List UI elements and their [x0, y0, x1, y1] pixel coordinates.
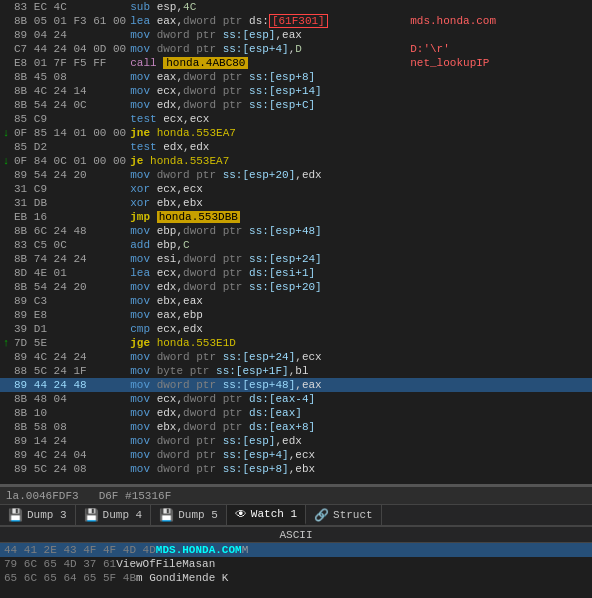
table-row[interactable]: 83 C5 0C add ebp,C [0, 238, 592, 252]
table-row[interactable]: 8B 05 01 F3 61 00 lea eax,dword ptr ds:[… [0, 14, 592, 28]
table-row[interactable]: 89 4C 24 04 mov dword ptr ss:[esp+4],ecx [0, 448, 592, 462]
ascii-text-2: ViewOfFileMasan [116, 557, 215, 571]
tab-dump4[interactable]: 💾 Dump 4 [76, 505, 152, 525]
table-row[interactable]: 89 E8 mov eax,ebp [0, 308, 592, 322]
watch1-icon: 👁 [235, 507, 247, 522]
disasm-area: 83 EC 4C sub esp,4C 8B 05 01 F3 61 00 le… [0, 0, 592, 484]
table-row[interactable]: 89 C3 mov ebx,eax [0, 294, 592, 308]
tab-watch1[interactable]: 👁 Watch 1 [227, 505, 306, 525]
table-row[interactable]: C7 44 24 04 0D 00 mov dword ptr ss:[esp+… [0, 42, 592, 56]
table-row[interactable]: 89 14 24 mov dword ptr ss:[esp],edx [0, 434, 592, 448]
table-row[interactable]: ↓ 0F 85 14 01 00 00 jne honda.553EA7 [0, 126, 592, 140]
tab-struct-label: Struct [333, 509, 373, 521]
ascii-panel: ASCII 44 41 2E 43 4F 4F 4D 4D MDS.HONDA.… [0, 526, 592, 598]
tab-watch1-label: Watch 1 [251, 508, 297, 520]
table-row[interactable]: 8B 54 24 20 mov edx,dword ptr ss:[esp+20… [0, 280, 592, 294]
table-row[interactable]: 89 54 24 20 mov dword ptr ss:[esp+20],ed… [0, 168, 592, 182]
ascii-row-3[interactable]: 65 6C 65 64 65 5F 4B m GondiMende K [0, 571, 592, 585]
table-row[interactable]: 8B 4C 24 14 mov ecx,dword ptr ss:[esp+14… [0, 84, 592, 98]
tab-dump5-label: Dump 5 [178, 509, 218, 521]
tab-struct[interactable]: 🔗 Struct [306, 505, 382, 525]
struct-icon: 🔗 [314, 508, 329, 523]
table-row[interactable]: 8B 6C 24 48 mov ebp,dword ptr ss:[esp+48… [0, 224, 592, 238]
table-row[interactable]: 8D 4E 01 lea ecx,dword ptr ds:[esi+1] [0, 266, 592, 280]
table-row[interactable]: ↑ 7D 5E jge honda.553E1D [0, 336, 592, 350]
tab-dump4-label: Dump 4 [103, 509, 143, 521]
table-row[interactable]: 85 C9 test ecx,ecx [0, 112, 592, 126]
ascii-hex-1: 44 41 2E 43 4F 4F 4D 4D [4, 543, 156, 557]
table-row[interactable]: 8B 45 08 mov eax,dword ptr ss:[esp+8] [0, 70, 592, 84]
table-row[interactable]: EB 16 jmp honda.553DBB [0, 210, 592, 224]
table-row[interactable]: 85 D2 test edx,edx [0, 140, 592, 154]
table-row[interactable]: 31 C9 xor ecx,ecx [0, 182, 592, 196]
ascii-row-1[interactable]: 44 41 2E 43 4F 4F 4D 4D MDS.HONDA.COMM [0, 543, 592, 557]
table-row[interactable]: 31 DB xor ebx,ebx [0, 196, 592, 210]
ascii-text-1: MDS.HONDA.COM [156, 543, 242, 557]
table-row[interactable]: 83 EC 4C sub esp,4C [0, 0, 592, 14]
tab-dump3[interactable]: 💾 Dump 3 [0, 505, 76, 525]
table-row[interactable]: 89 04 24 mov dword ptr ss:[esp],eax [0, 28, 592, 42]
tab-dump5[interactable]: 💾 Dump 5 [151, 505, 227, 525]
main-container: 83 EC 4C sub esp,4C 8B 05 01 F3 61 00 le… [0, 0, 592, 598]
status-addr2: D6F #15316F [99, 490, 172, 502]
table-row[interactable]: 89 5C 24 08 mov dword ptr ss:[esp+8],ebx [0, 462, 592, 476]
table-row[interactable]: 88 5C 24 1F mov byte ptr ss:[esp+1F],bl [0, 364, 592, 378]
disasm-table: 83 EC 4C sub esp,4C 8B 05 01 F3 61 00 le… [0, 0, 592, 476]
table-row[interactable]: 8B 48 04 mov ecx,dword ptr ds:[eax-4] [0, 392, 592, 406]
tab-dump3-label: Dump 3 [27, 509, 67, 521]
table-row[interactable]: 8B 54 24 0C mov edx,dword ptr ss:[esp+C] [0, 98, 592, 112]
status-bar: la.0046FDF3 D6F #15316F [0, 486, 592, 504]
table-row[interactable]: 89 4C 24 24 mov dword ptr ss:[esp+24],ec… [0, 350, 592, 364]
table-row[interactable]: 8B 74 24 24 mov esi,dword ptr ss:[esp+24… [0, 252, 592, 266]
dump5-icon: 💾 [159, 508, 174, 523]
table-row[interactable]: 39 D1 cmp ecx,edx [0, 322, 592, 336]
ascii-suffix-1: M [242, 543, 249, 557]
ascii-text-3: m GondiMende K [136, 571, 228, 585]
table-row[interactable]: 89 44 24 48 mov dword ptr ss:[esp+48],ea… [0, 378, 592, 392]
ascii-hex-2: 79 6C 65 4D 37 61 [4, 557, 116, 571]
status-addr1: la.0046FDF3 [6, 490, 79, 502]
dump4-icon: 💾 [84, 508, 99, 523]
table-row[interactable]: E8 01 7F F5 FF call honda.4ABC80 net_loo… [0, 56, 592, 70]
table-row[interactable]: 8B 10 mov edx,dword ptr ds:[eax] [0, 406, 592, 420]
table-row[interactable]: 8B 58 08 mov ebx,dword ptr ds:[eax+8] [0, 420, 592, 434]
ascii-hex-3: 65 6C 65 64 65 5F 4B [4, 571, 136, 585]
ascii-header: ASCII [0, 527, 592, 543]
table-row[interactable]: ↓ 0F 84 0C 01 00 00 je honda.553EA7 [0, 154, 592, 168]
dump3-icon: 💾 [8, 508, 23, 523]
tab-bar: 💾 Dump 3 💾 Dump 4 💾 Dump 5 👁 Watch 1 🔗 S… [0, 504, 592, 526]
ascii-row-2[interactable]: 79 6C 65 4D 37 61 ViewOfFileMasan [0, 557, 592, 571]
